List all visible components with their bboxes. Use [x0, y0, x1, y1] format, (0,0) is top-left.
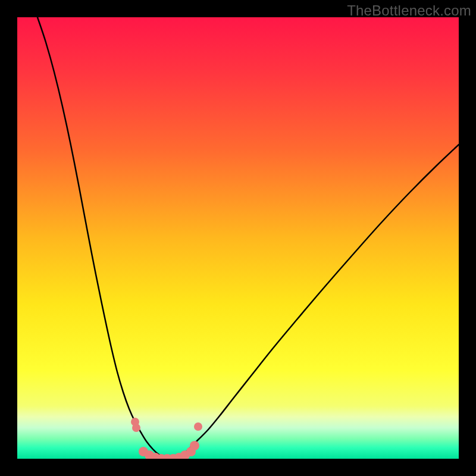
data-marker — [132, 424, 140, 432]
chart-svg — [17, 17, 459, 459]
data-marker — [190, 441, 199, 450]
watermark-text: TheBottleneck.com — [347, 2, 471, 19]
data-marker — [194, 422, 202, 431]
chart-frame: TheBottleneck.com — [0, 0, 476, 476]
plot-area — [17, 17, 459, 459]
